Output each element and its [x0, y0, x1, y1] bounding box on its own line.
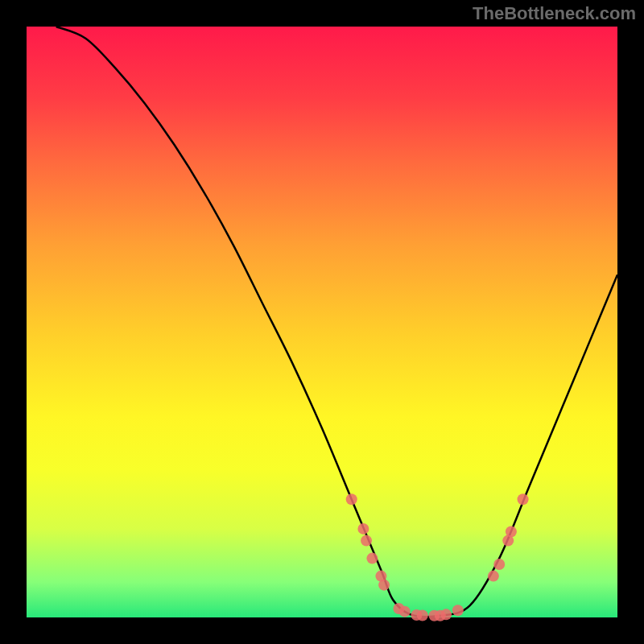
curve-markers [346, 493, 529, 621]
bottleneck-curve [56, 27, 617, 617]
chart-svg [27, 27, 617, 617]
data-point [452, 605, 464, 616]
chart-plot-area [27, 27, 617, 617]
watermark-text: TheBottleneck.com [473, 3, 636, 24]
data-point [361, 535, 372, 547]
data-point [417, 609, 428, 621]
data-point [378, 580, 390, 591]
data-point [518, 493, 529, 505]
data-point [506, 526, 517, 538]
data-point [399, 606, 411, 617]
data-point [488, 571, 499, 582]
data-point [493, 559, 505, 570]
data-point [366, 553, 378, 564]
data-point [440, 609, 452, 620]
data-point [357, 523, 369, 535]
data-point [346, 493, 357, 505]
